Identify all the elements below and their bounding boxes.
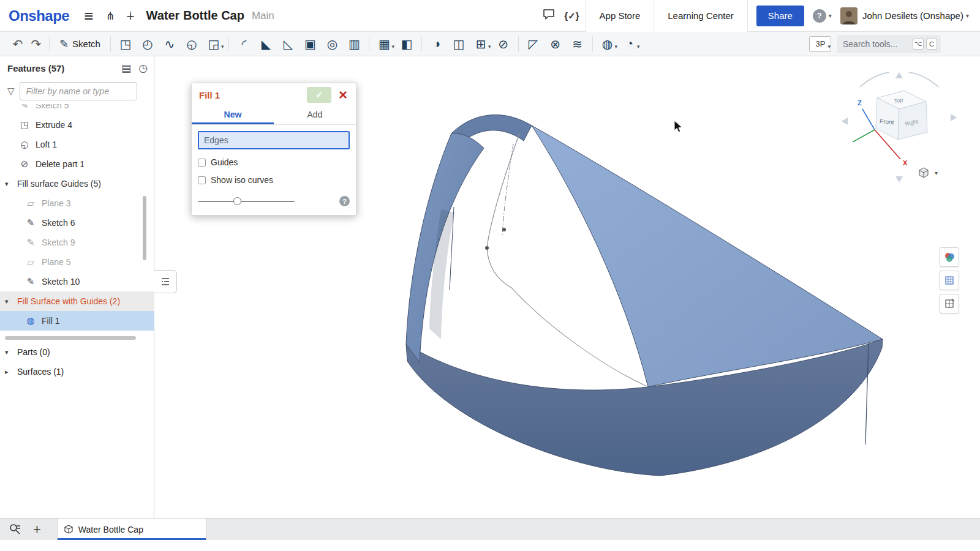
tab-water-bottle-cap[interactable]: Water Bottle Cap: [57, 519, 206, 540]
mesh-display-button[interactable]: [940, 271, 959, 290]
model-top-surface[interactable]: [532, 126, 883, 387]
user-avatar[interactable]: [840, 7, 858, 24]
search-tools-box[interactable]: ⌥ C: [837, 35, 941, 53]
move-face-icon[interactable]: ◸: [522, 33, 545, 55]
search-tools-input[interactable]: [843, 39, 910, 49]
chevron-down-icon[interactable]: ▾: [827, 43, 831, 50]
chevron-right-icon[interactable]: ▸: [5, 368, 15, 376]
workspace-name[interactable]: Main: [252, 10, 274, 22]
offset-surface-icon[interactable]: ≋: [567, 33, 589, 55]
chevron-down-icon[interactable]: ▾: [5, 298, 15, 305]
guides-checkbox[interactable]: [198, 159, 206, 167]
view-options-button[interactable]: ▾: [918, 167, 940, 179]
folder-fill-surface-guides[interactable]: ▾ Fill surface Guides (5): [0, 174, 154, 193]
parts-section[interactable]: ▾ Parts (0): [0, 343, 154, 361]
chevron-down-icon[interactable]: ▾: [615, 43, 618, 50]
feature-item-delete-part-1[interactable]: ⊘ Delete part 1: [0, 154, 154, 174]
rotate-arrow[interactable]: [860, 72, 889, 87]
tab-new[interactable]: New: [192, 107, 274, 124]
resolution-slider[interactable]: [198, 201, 295, 202]
appearance-button[interactable]: [940, 247, 959, 267]
rollback-history-icon[interactable]: ◷: [138, 62, 148, 75]
slider-handle[interactable]: [233, 197, 241, 205]
folder-fill-surface-with-guides[interactable]: ▾ Fill Surface with Guides (2): [0, 291, 154, 311]
chevron-down-icon[interactable]: ▾: [5, 180, 15, 188]
chevron-down-icon[interactable]: ▾: [488, 43, 491, 50]
chevron-down-icon[interactable]: ▾: [966, 12, 969, 19]
feature-filter-input[interactable]: [20, 82, 137, 100]
versions-branch-icon[interactable]: ⋔: [105, 9, 115, 23]
surfaces-section[interactable]: ▸ Surfaces (1): [0, 362, 154, 381]
rotate-up-arrow[interactable]: [895, 72, 903, 78]
add-tab-button[interactable]: +: [33, 523, 41, 536]
redo-button[interactable]: ↷: [27, 37, 45, 51]
undo-button[interactable]: ↶: [9, 37, 27, 51]
revolve-icon[interactable]: ◴: [137, 33, 159, 55]
feature-item-sketch-5[interactable]: ✎ Sketch 5: [0, 104, 154, 115]
cancel-button[interactable]: ×: [335, 87, 351, 103]
fillet-icon[interactable]: ◜: [233, 33, 255, 55]
follow-collaborate-icon[interactable]: ∔: [126, 9, 135, 23]
help-icon[interactable]: ?: [813, 9, 826, 23]
guide-curve-1[interactable]: [487, 133, 519, 288]
view-cube[interactable]: Top Front Right Z X: [838, 66, 960, 189]
feature-item-plane-5[interactable]: ▱ Plane 5: [0, 252, 154, 272]
rotate-left-arrow[interactable]: [842, 118, 848, 125]
loft-icon[interactable]: ◵: [181, 33, 203, 55]
filter-funnel-icon[interactable]: ▽: [7, 86, 15, 97]
dialog-help-icon[interactable]: ?: [339, 196, 350, 206]
sketch-button[interactable]: ✎ Sketch: [53, 34, 107, 54]
mirror-icon[interactable]: ◧: [396, 33, 418, 55]
iso-curves-checkbox[interactable]: [198, 176, 206, 184]
chevron-down-icon[interactable]: ▾: [5, 348, 15, 356]
user-name[interactable]: John Desilets (Onshape): [862, 10, 963, 21]
section-view-button[interactable]: [940, 294, 959, 313]
extrude-icon[interactable]: ◳: [115, 33, 137, 55]
sweep-icon[interactable]: ∿: [159, 33, 181, 55]
feature-list-toggle-button[interactable]: [154, 270, 177, 293]
construction-line[interactable]: [502, 144, 513, 236]
chamfer-icon[interactable]: ◣: [255, 33, 277, 55]
vertical-scrollbar-thumb[interactable]: [143, 196, 146, 260]
app-store-button[interactable]: App Store: [586, 0, 654, 32]
shell-icon[interactable]: ▣: [299, 33, 321, 55]
search-tabs-button[interactable]: [9, 523, 22, 536]
feature-item-loft-1[interactable]: ◵ Loft 1: [0, 135, 154, 154]
delete-part-icon[interactable]: ⊘: [492, 33, 514, 55]
chevron-down-icon[interactable]: ▾: [935, 170, 938, 176]
rotate-right-arrow[interactable]: [951, 114, 957, 121]
rotate-arrow[interactable]: [909, 72, 938, 87]
feature-item-sketch-10[interactable]: ✎ Sketch 10: [0, 272, 154, 291]
feature-item-sketch-6[interactable]: ✎ Sketch 6: [0, 213, 154, 233]
rib-icon[interactable]: ▥: [343, 33, 365, 55]
delete-face-icon[interactable]: ⊗: [545, 33, 567, 55]
iso-checkbox-row[interactable]: Show iso curves: [198, 175, 350, 185]
document-title[interactable]: Water Bottle Cap: [146, 9, 244, 23]
onshape-logo[interactable]: Onshape: [9, 7, 69, 24]
feature-item-sketch-9[interactable]: ✎ Sketch 9: [0, 233, 154, 252]
chevron-down-icon[interactable]: ▾: [829, 12, 832, 19]
chevron-down-icon[interactable]: ▾: [391, 43, 394, 50]
new-folder-icon[interactable]: ▤: [121, 62, 131, 75]
feature-item-plane-3[interactable]: ▱ Plane 3: [0, 193, 154, 213]
confirm-button[interactable]: ✓: [307, 87, 331, 103]
boolean-icon[interactable]: ◑: [426, 33, 448, 55]
tab-add[interactable]: Add: [274, 107, 356, 124]
hamburger-menu-icon[interactable]: ≡: [84, 8, 93, 24]
horizontal-scrollbar-thumb[interactable]: [5, 336, 136, 340]
vertex-point[interactable]: [502, 228, 506, 231]
feature-item-extrude-4[interactable]: ◳ Extrude 4: [0, 115, 154, 135]
draft-icon[interactable]: ◺: [277, 33, 299, 55]
split-icon[interactable]: ◫: [448, 33, 470, 55]
rotate-down-arrow[interactable]: [895, 176, 903, 182]
chevron-down-icon[interactable]: ▾: [221, 43, 224, 50]
edges-selection-field[interactable]: [198, 131, 350, 149]
learning-center-button[interactable]: Learning Center: [654, 0, 748, 32]
feature-item-fill-1[interactable]: ◍ Fill 1: [0, 311, 154, 331]
featurescript-icon[interactable]: {✓}: [564, 10, 579, 21]
hole-icon[interactable]: ◎: [321, 33, 343, 55]
chevron-down-icon[interactable]: ▾: [637, 43, 640, 50]
guides-checkbox-row[interactable]: Guides: [198, 157, 350, 167]
share-button[interactable]: Share: [756, 6, 804, 26]
vertex-point[interactable]: [485, 246, 489, 250]
